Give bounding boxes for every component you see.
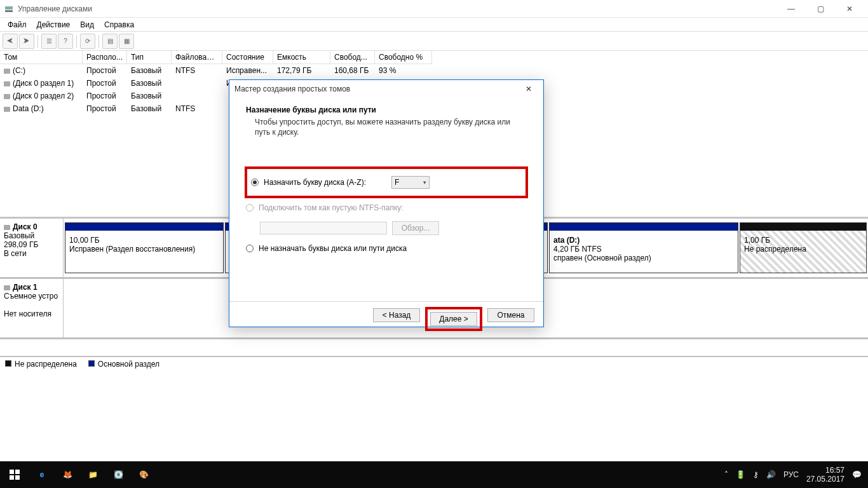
cell: Базовый [127,77,172,90]
cell: Простой [83,64,127,77]
menu-view[interactable]: Вид [75,19,99,30]
disk-kind: Базовый [4,231,59,240]
browse-button[interactable]: Обзор... [392,221,439,235]
option-mount-folder[interactable]: Подключить том как пустую NTFS-папку: [246,200,527,216]
svg-rect-5 [15,475,20,480]
mount-path-row: Обзор... [260,221,527,235]
tray-notifications-icon[interactable]: 💬 [852,470,862,479]
dialog-titlebar[interactable]: Мастер создания простых томов ✕ [229,80,543,98]
taskbar-diskmgmt-icon[interactable]: 💽 [105,461,131,488]
start-button[interactable] [0,461,29,488]
toolbar-list-icon[interactable]: ▤ [102,34,118,49]
option-assign-letter[interactable]: Назначить букву диска (A-Z): F ▾ [251,174,522,191]
tray-clock[interactable]: 16:57 27.05.2017 [806,466,844,484]
svg-rect-3 [15,470,20,474]
wizard-dialog: Мастер создания простых томов ✕ Назначен… [229,79,544,327]
cell: Простой [83,77,127,90]
col-capacity[interactable]: Емкость [273,51,330,64]
cell: Базовый [127,64,172,77]
svg-rect-2 [10,470,14,474]
col-state[interactable]: Состояние [222,51,273,64]
taskbar-edge-icon[interactable]: e [29,461,55,488]
disk-info[interactable]: Диск 0 Базовый 298,09 ГБ В сети [0,219,64,277]
toolbar-views-icon[interactable]: ☰ [41,34,57,49]
cell: NTFS [172,102,222,115]
app-icon [4,4,14,14]
close-button[interactable]: ✕ [835,0,864,18]
cell: 172,79 ГБ [273,64,330,77]
toolbar-grid-icon[interactable]: ▦ [119,34,134,49]
toolbar-forward-icon[interactable]: ⮞ [19,34,34,49]
disk-icon [4,285,10,290]
disk-info[interactable]: Диск 1 Съемное устро Нет носителя [0,279,64,337]
toolbar-sep [37,35,38,48]
menu-help[interactable]: Справка [99,19,139,30]
disk-size: 298,09 ГБ [4,240,59,249]
menu-file[interactable]: Файл [3,19,32,30]
cell: Базовый [127,102,172,115]
partition-state: Не распределена [744,245,862,254]
partition-unallocated[interactable]: 1,00 ГБ Не распределена [740,222,867,273]
tray-volume-icon[interactable]: 🔊 [766,470,776,479]
dialog-heading: Назначение буквы диска или пути [246,103,527,114]
next-button[interactable]: Далее > [430,312,477,326]
cell: NTFS [172,64,222,77]
toolbar-back-icon[interactable]: ⮜ [3,34,18,49]
option-label: Подключить том как пустую NTFS-папку: [259,203,403,212]
cell: 160,68 ГБ [330,64,375,77]
cell [172,77,222,90]
partition-state: Исправен (Раздел восстановления) [69,245,219,254]
tray-lang[interactable]: РУС [783,470,799,479]
partition-data[interactable]: ata (D:) 4,20 ГБ NTFS справен (Основной … [549,222,738,273]
col-fs[interactable]: Файловая с... [172,51,222,64]
dialog-close-icon[interactable]: ✕ [519,85,538,93]
option-no-letter[interactable]: Не назначать буквы диска или пути диска [246,240,527,257]
radio-icon[interactable] [246,204,254,212]
tray-chevron-icon[interactable]: ˄ [724,470,728,479]
col-free[interactable]: Свобод... [330,51,375,64]
drive-letter-combo[interactable]: F ▾ [391,176,430,189]
cancel-button[interactable]: Отмена [487,308,534,322]
cell: (Диск 0 раздел 1) [13,79,74,88]
col-layout[interactable]: Располо... [83,51,127,64]
partition-recovery[interactable]: 10,00 ГБ Исправен (Раздел восстановления… [65,222,224,273]
tray-network-icon[interactable]: ⚷ [753,470,759,479]
col-type[interactable]: Тип [127,51,172,64]
toolbar-help-icon[interactable]: ? [58,34,73,49]
table-row[interactable]: (C:) Простой Базовый NTFS Исправен... 17… [0,64,868,77]
disk-status: Нет носителя [4,309,59,318]
cell: Простой [83,90,127,102]
cell: Data (D:) [13,104,44,113]
taskbar-explorer-icon[interactable]: 📁 [80,461,105,488]
cell: (C:) [13,66,25,75]
taskbar-paint-icon[interactable]: 🎨 [131,461,156,488]
maximize-button[interactable]: ▢ [806,0,835,18]
cell: Исправен... [222,64,273,77]
radio-icon[interactable] [246,245,254,252]
dialog-subtext: Чтобы упростить доступ, вы можете назнач… [246,114,527,142]
menu-action[interactable]: Действие [32,19,76,30]
option-label: Не назначать буквы диска или пути диска [259,244,407,253]
toolbar-refresh-icon[interactable]: ⟳ [80,34,95,49]
legend-label: Основной раздел [98,360,159,369]
combo-value: F [395,178,399,187]
col-volume[interactable]: Том [0,51,83,64]
disk-kind: Съемное устро [4,292,59,301]
volume-icon [4,94,10,99]
radio-icon[interactable] [251,179,259,186]
cell: Простой [83,102,127,115]
toolbar-sep [76,35,77,48]
back-button[interactable]: < Назад [373,308,420,322]
mount-path-input[interactable] [260,222,387,234]
legend-swatch-unalloc [5,360,11,367]
tray-battery-icon[interactable]: 🔋 [736,470,745,479]
taskbar-firefox-icon[interactable]: 🦊 [55,461,80,488]
option-label: Назначить букву диска (A-Z): [264,178,366,187]
col-freepct[interactable]: Свободно % [375,51,432,64]
toolbar-sep [98,35,99,48]
dialog-title: Мастер создания простых томов [234,85,350,93]
minimize-button[interactable]: — [776,0,806,18]
legend: Не распределена Основной раздел [0,357,868,371]
volume-icon [4,107,10,112]
window-title: Управление дисками [18,4,92,13]
